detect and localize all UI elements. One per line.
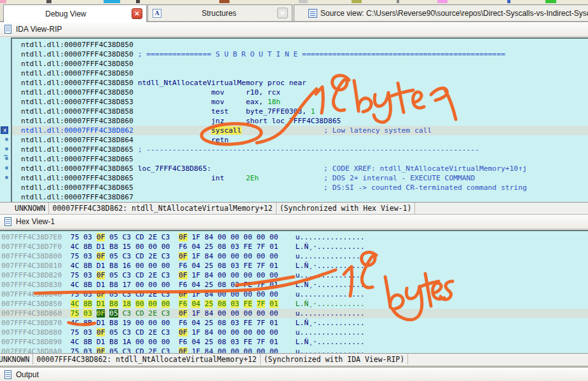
hex-byte[interactable]: 00 xyxy=(161,281,170,289)
hex-byte[interactable]: 00 xyxy=(257,290,266,298)
hex-byte[interactable]: 7F xyxy=(257,300,266,308)
hex-byte[interactable]: 75 xyxy=(71,271,79,279)
hex-byte[interactable]: F6 xyxy=(179,262,188,270)
hex-byte[interactable]: 00 xyxy=(231,309,240,318)
disasm-line[interactable]: ntdll.dll:00007FFF4C38D865 loc_7FFF4C38D… xyxy=(12,164,588,173)
disasm-line[interactable]: ntdll.dll:00007FFF4C38D850 xyxy=(12,59,588,69)
hex-byte[interactable]: CD xyxy=(135,252,144,260)
hex-byte[interactable]: 0F xyxy=(179,252,188,260)
hex-byte[interactable]: 00 xyxy=(270,271,278,279)
hex-row[interactable]: 007FFF4C38D840 75 03 0F 05 C3 CD 2E C3 0… xyxy=(0,290,588,299)
hex-byte[interactable]: 84 xyxy=(205,328,214,337)
hex-byte[interactable]: 00 xyxy=(148,319,157,327)
hex-byte[interactable]: 04 xyxy=(191,262,200,270)
hex-byte[interactable]: 2E xyxy=(148,347,157,353)
hex-byte[interactable]: 25 xyxy=(205,338,214,346)
hex-byte[interactable]: 00 xyxy=(217,233,226,241)
hex-byte[interactable]: 00 xyxy=(161,262,170,270)
hex-byte[interactable]: 1F xyxy=(191,233,200,241)
disasm-line[interactable]: ntdll.dll:00007FFF4C38D860 jnz short loc… xyxy=(12,116,588,126)
hex-byte[interactable]: 2E xyxy=(148,233,157,241)
hex-byte[interactable]: 1A xyxy=(123,338,132,346)
hex-byte[interactable]: 00 xyxy=(257,309,266,318)
hex-byte[interactable]: 03 xyxy=(231,243,240,251)
hex-byte[interactable]: CD xyxy=(135,309,144,318)
hex-byte[interactable]: 00 xyxy=(217,252,226,260)
hex-byte[interactable]: B8 xyxy=(109,319,118,327)
hex-byte[interactable]: 00 xyxy=(270,309,278,318)
disasm-line[interactable]: ntdll.dll:00007FFF4C38D867 xyxy=(12,192,588,202)
hex-byte[interactable]: B8 xyxy=(109,338,118,346)
hex-byte[interactable]: CD xyxy=(135,347,144,353)
hex-byte[interactable]: 04 xyxy=(191,338,200,346)
hex-byte[interactable]: 00 xyxy=(243,252,252,260)
hex-byte[interactable]: 00 xyxy=(231,233,240,241)
hex-byte[interactable]: 00 xyxy=(243,290,252,298)
hex-byte[interactable]: C3 xyxy=(161,233,170,241)
hex-row[interactable]: 007FFF4C38D810 4C 8B D1 B8 16 00 00 00 F… xyxy=(0,261,588,271)
hex-byte[interactable]: 03 xyxy=(83,309,92,318)
hex-byte[interactable]: 0F xyxy=(97,347,106,353)
hex-byte[interactable]: 01 xyxy=(270,262,278,270)
disasm-line[interactable]: ntdll.dll:00007FFF4C38D850 xyxy=(12,69,588,78)
hex-byte[interactable]: 0F xyxy=(179,328,188,337)
hex-byte[interactable]: 00 xyxy=(231,252,240,260)
hex-byte[interactable]: 03 xyxy=(231,262,240,270)
tab-source-view[interactable]: Source view: C:\Users\Reverse90\source\r… xyxy=(294,4,588,21)
hex-byte[interactable]: 0F xyxy=(97,328,106,337)
hex-byte[interactable]: 05 xyxy=(109,271,118,279)
hex-byte[interactable]: 1F xyxy=(191,252,200,260)
hex-byte[interactable]: 25 xyxy=(205,262,214,270)
hex-byte[interactable]: 05 xyxy=(109,309,118,318)
hex-byte[interactable]: FE xyxy=(243,338,252,346)
hex-byte[interactable]: 00 xyxy=(148,300,157,308)
hex-byte[interactable]: 05 xyxy=(109,328,118,337)
hex-byte[interactable]: C3 xyxy=(123,252,132,260)
hex-byte[interactable]: 03 xyxy=(83,271,92,279)
hex-byte[interactable]: 8B xyxy=(83,262,92,270)
hex-byte[interactable]: D1 xyxy=(97,243,106,251)
hex-byte[interactable]: 75 xyxy=(71,252,79,260)
hex-byte[interactable]: 03 xyxy=(83,290,92,298)
hex-byte[interactable]: 05 xyxy=(109,347,118,353)
hex-byte[interactable]: 25 xyxy=(205,243,214,251)
hex-byte[interactable]: 25 xyxy=(205,281,214,289)
hex-byte[interactable]: 03 xyxy=(231,319,240,327)
disasm-line[interactable]: ntdll.dll:00007FFF4C38D865 ; DS:SI -> co… xyxy=(12,183,588,192)
hex-byte[interactable]: 0F xyxy=(97,290,106,298)
hex-byte[interactable]: 17 xyxy=(123,281,132,289)
hex-byte[interactable]: 15 xyxy=(123,243,132,251)
hex-byte[interactable]: 1F xyxy=(191,347,200,353)
hex-byte[interactable]: 7F xyxy=(257,281,266,289)
hex-byte[interactable]: 08 xyxy=(217,300,226,308)
hex-byte[interactable]: 00 xyxy=(135,300,144,308)
disasm-line[interactable]: ntdll.dll:00007FFF4C38D850 ntdll_NtAlloc… xyxy=(12,78,588,88)
hex-byte[interactable]: 00 xyxy=(257,233,266,241)
hex-byte[interactable]: 00 xyxy=(217,347,226,353)
hex-byte[interactable]: 00 xyxy=(161,338,170,346)
hex-byte[interactable]: 7F xyxy=(257,243,266,251)
hex-byte[interactable]: 00 xyxy=(270,252,278,260)
disasm-line[interactable]: ntdll.dll:00007FFF4C38D865 int 2Eh ; DOS… xyxy=(12,173,588,183)
hex-byte[interactable]: 01 xyxy=(270,281,278,289)
hex-byte[interactable]: 2E xyxy=(148,252,157,260)
disasm-line[interactable]: ntdll.dll:00007FFF4C38D850 ; ===========… xyxy=(12,50,588,59)
hex-byte[interactable]: C3 xyxy=(123,233,132,241)
hex-byte[interactable]: 00 xyxy=(270,290,278,298)
hex-byte[interactable]: 03 xyxy=(83,233,92,241)
hex-byte[interactable]: 8B xyxy=(83,300,92,308)
hex-byte[interactable]: 04 xyxy=(191,319,200,327)
hex-byte[interactable]: 2E xyxy=(148,271,157,279)
hex-byte[interactable]: 19 xyxy=(123,319,132,327)
disasm-line[interactable]: ntdll.dll:00007FFF4C38D864 retn xyxy=(12,135,588,145)
hex-byte[interactable]: F6 xyxy=(179,338,188,346)
hex-byte[interactable]: D1 xyxy=(97,300,106,308)
hex-byte[interactable]: 01 xyxy=(270,243,278,251)
hex-byte[interactable]: 0F xyxy=(97,252,106,260)
hex-row[interactable]: 007FFF4C38D890 4C 8B D1 B8 1A 00 00 00 F… xyxy=(0,337,588,347)
hex-byte[interactable]: 08 xyxy=(217,338,226,346)
hex-byte[interactable]: 00 xyxy=(148,281,157,289)
hex-byte[interactable]: 84 xyxy=(205,290,214,298)
hex-byte[interactable]: 03 xyxy=(83,252,92,260)
hex-byte[interactable]: 00 xyxy=(243,309,252,318)
